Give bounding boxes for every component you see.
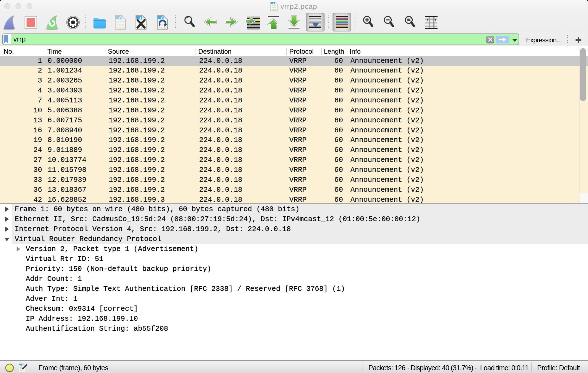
svg-text:0101: 0101	[272, 5, 276, 7]
svg-text:01110: 01110	[159, 27, 166, 29]
svg-text:0110: 0110	[272, 7, 276, 9]
svg-text:01110: 01110	[117, 27, 124, 29]
svg-text:0110: 0110	[20, 370, 24, 372]
svg-text:01010: 01010	[117, 20, 124, 23]
svg-text:01101: 01101	[117, 24, 124, 26]
svg-text:0111: 0111	[272, 9, 276, 11]
